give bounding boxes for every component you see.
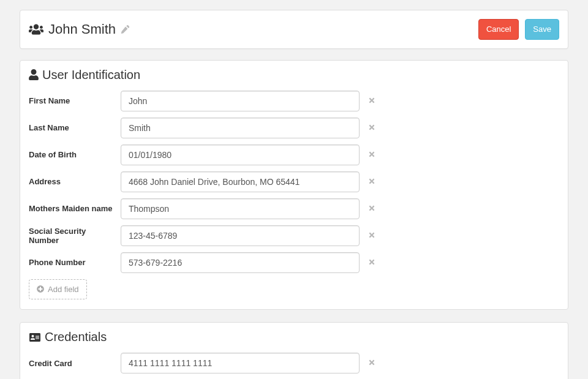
section-title-text: Credentials: [45, 330, 107, 344]
close-icon: [368, 151, 375, 158]
credentials-section: Credentials Credit Card Email Address Ad…: [20, 322, 568, 379]
remove-field-button[interactable]: [368, 258, 375, 267]
add-field-button[interactable]: Add field: [29, 279, 87, 300]
field-input[interactable]: [121, 225, 360, 246]
add-field-label: Add field: [48, 283, 79, 296]
remove-field-button[interactable]: [368, 359, 375, 367]
credentials-fields: Credit Card Email Address: [29, 353, 559, 379]
identification-fields: First Name Last Name Date of Birth Addre…: [29, 91, 559, 273]
close-icon: [368, 359, 375, 366]
field-label: Credit Card: [29, 359, 121, 368]
field-input[interactable]: [121, 144, 360, 165]
field-row: Phone Number: [29, 252, 559, 273]
remove-field-button[interactable]: [368, 124, 375, 132]
remove-field-button[interactable]: [368, 205, 375, 213]
remove-field-button[interactable]: [368, 97, 375, 105]
close-icon: [368, 231, 375, 239]
users-icon: [29, 23, 43, 36]
field-label: Address: [29, 177, 121, 186]
field-input[interactable]: [121, 91, 360, 111]
section-title-text: User Identification: [42, 68, 140, 82]
close-icon: [368, 205, 375, 212]
user-identification-section: User Identification First Name Last Name…: [20, 60, 568, 310]
field-row: Credit Card: [29, 353, 559, 373]
cancel-button[interactable]: Cancel: [478, 19, 519, 40]
close-icon: [368, 97, 375, 104]
field-label: First Name: [29, 96, 121, 105]
field-input[interactable]: [121, 171, 360, 192]
header-panel: John Smith Cancel Save: [20, 10, 568, 49]
remove-field-button[interactable]: [368, 151, 375, 159]
field-row: First Name: [29, 91, 559, 111]
field-label: Phone Number: [29, 258, 121, 267]
field-label: Mothers Maiden name: [29, 204, 121, 213]
field-row: Last Name: [29, 118, 559, 138]
close-icon: [368, 178, 375, 185]
plus-circle-icon: [37, 285, 44, 293]
pencil-icon[interactable]: [121, 25, 129, 34]
id-card-icon: [29, 332, 41, 342]
header-actions: Cancel Save: [478, 19, 559, 40]
field-row: Address: [29, 171, 559, 192]
field-input[interactable]: [121, 353, 360, 373]
close-icon: [368, 258, 375, 266]
close-icon: [368, 124, 375, 131]
field-row: Social Security Number: [29, 225, 559, 246]
field-label: Date of Birth: [29, 150, 121, 159]
field-label: Social Security Number: [29, 227, 121, 245]
field-label: Last Name: [29, 123, 121, 132]
user-icon: [29, 69, 39, 80]
field-row: Mothers Maiden name: [29, 198, 559, 219]
field-row: Date of Birth: [29, 144, 559, 165]
save-button[interactable]: Save: [525, 19, 559, 40]
field-input[interactable]: [121, 198, 360, 219]
field-input[interactable]: [121, 118, 360, 138]
remove-field-button[interactable]: [368, 231, 375, 240]
page-title: John Smith: [48, 21, 116, 37]
remove-field-button[interactable]: [368, 178, 375, 186]
field-input[interactable]: [121, 252, 360, 273]
